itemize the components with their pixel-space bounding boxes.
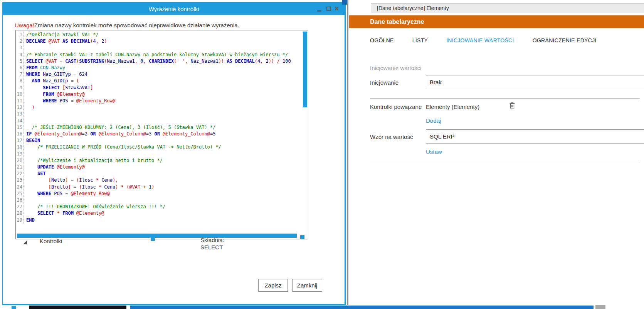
line-number: 8: [16, 78, 22, 84]
code-line[interactable]: BEGIN: [26, 137, 303, 144]
kontrolki-powiazane-label: Kontrolki powiązane: [370, 104, 422, 110]
code-line[interactable]: [26, 151, 303, 157]
document-tab[interactable]: [Dane tabelaryczne] Elementy: [371, 3, 644, 13]
code-line[interactable]: DECLARE @VAT AS DECIMAL(4, 2): [26, 38, 303, 45]
ustaw-link[interactable]: Ustaw: [426, 149, 442, 155]
maximize-glyph: [326, 7, 331, 11]
trash-icon[interactable]: [509, 102, 515, 110]
line-number: 3: [16, 45, 22, 51]
code-line[interactable]: /*Deklaracja Stawki VAT */: [26, 32, 303, 38]
line-number: 5: [16, 58, 22, 65]
clipped-blue-square-icon: [12, 306, 16, 309]
section-label: Inicjowanie wartości: [370, 65, 421, 71]
code-line[interactable]: ): [26, 104, 303, 111]
tab-ograniczenie-edycji[interactable]: OGRANICZENIE EDYCJI: [533, 37, 597, 43]
line-number: 18: [16, 144, 22, 150]
code-line[interactable]: IF @Elementy_Column@=2 OR @Elementy_Colu…: [26, 131, 303, 137]
code-line[interactable]: SELECT * FROM @Elementy@: [26, 210, 303, 217]
code-line[interactable]: /* PRZELICZANIE W PRZÓD (Cena/Ilość/Staw…: [26, 144, 303, 150]
code-line[interactable]: FROM CDN.Nazwy: [26, 65, 303, 71]
code-lines[interactable]: /*Deklaracja Stawki VAT */DECLARE @VAT A…: [26, 32, 303, 224]
separator-line: [370, 99, 640, 99]
code-line[interactable]: SELECT [StawkaVAT]: [26, 85, 303, 91]
dialog-titlebar[interactable]: Wyrażenie kontrolki ✕: [3, 3, 345, 15]
code-line[interactable]: [26, 197, 303, 204]
dane-tabelaryczne-panel: [Dane tabelaryczne] Elementy Dane tabela…: [349, 0, 644, 305]
code-line[interactable]: WHERE Naz_GIDTyp = 624: [26, 71, 303, 78]
wzor-na-wartosc-label: Wzór na wartość: [370, 134, 413, 140]
line-number: 19: [16, 151, 22, 157]
blue-splitter-handle-icon[interactable]: [300, 235, 304, 239]
clipped-gray-fragment: [595, 305, 605, 309]
line-number: 15: [16, 124, 22, 131]
expander-triangle-icon[interactable]: [23, 241, 27, 244]
tab-bar: OGÓLNELISTYINICJOWANIE WARTOŚCIOGRANICZE…: [370, 37, 597, 43]
panel-title: Dane tabelaryczne: [370, 15, 424, 28]
code-line[interactable]: [Netto] = (Ilosc * Cena),: [26, 177, 303, 184]
line-number: 21: [16, 164, 22, 170]
wzor-na-wartosc-input[interactable]: [426, 129, 644, 144]
code-line[interactable]: /*Wyliczenie i aktualizacja netto i brut…: [26, 157, 303, 164]
background-window-fragment: [342, 0, 347, 5]
line-number: 7: [16, 71, 22, 78]
panel-header: Dane tabelaryczne: [349, 15, 644, 28]
line-number: 14: [16, 118, 22, 124]
line-number: 29: [16, 217, 22, 224]
code-line[interactable]: [26, 118, 303, 124]
vertical-scrollbar[interactable]: [303, 32, 307, 107]
dialog-wyrazenie-kontrolki: Wyrażenie kontrolki ✕ Uwaga!Zmiana nazwy…: [2, 2, 346, 305]
code-line[interactable]: /* JEŚLI ZMIENIONO KOLUMNY: 2 (Cena), 3 …: [26, 124, 303, 131]
code-line[interactable]: UPDATE @Elementy@: [26, 164, 303, 170]
tab-listy[interactable]: LISTY: [412, 37, 428, 43]
code-line[interactable]: SELECT @VAT = CAST(SUBSTRING(Naz_Nazwa1,…: [26, 58, 303, 65]
warning-prefix: Uwaga!: [15, 22, 34, 28]
kontrolki-expander-label[interactable]: Kontrolki: [40, 238, 62, 244]
code-line[interactable]: AND Naz_GIDLp = (: [26, 78, 303, 84]
document-tab-label: [Dane tabelaryczne] Elementy: [377, 5, 449, 11]
clipped-window-text-fragment: [29, 306, 126, 309]
close-button[interactable]: Zamknij: [292, 279, 322, 292]
syntax-clipped-code: SELECT: [200, 244, 285, 251]
dodaj-link[interactable]: Dodaj: [426, 117, 441, 124]
code-line[interactable]: SET: [26, 170, 303, 177]
warning-message: Uwaga!Zmiana nazwy kontrolek może spowod…: [15, 22, 239, 28]
warning-text: Zmiana nazwy kontrolek może spowodować n…: [34, 22, 239, 28]
code-line[interactable]: WHERE POS = @Elementy_Row@: [26, 98, 303, 104]
line-number: 16: [16, 131, 22, 137]
syntax-panel: Składnia: SELECT: [200, 236, 285, 251]
line-number: 25: [16, 190, 22, 197]
code-line[interactable]: /* !!! OBOWIĄZKOWE: Odświeżenie wiersza …: [26, 204, 303, 210]
minimize-icon[interactable]: [316, 3, 324, 15]
tab-ogolne[interactable]: OGÓLNE: [370, 37, 394, 43]
code-gutter: 1234567891011121314151617181920212223242…: [16, 32, 24, 224]
tab-inicjowanie-wartosci[interactable]: INICJOWANIE WARTOŚCI: [446, 37, 514, 43]
clipped-blue-bar-fragment: [130, 306, 594, 309]
code-line[interactable]: FROM @Elementy@: [26, 91, 303, 98]
line-number: 23: [16, 177, 22, 184]
inicjowanie-input[interactable]: [426, 75, 644, 89]
save-button[interactable]: Zapisz: [258, 279, 288, 292]
line-number: 20: [16, 157, 22, 164]
close-icon[interactable]: ✕: [334, 3, 341, 15]
code-line[interactable]: [26, 111, 303, 117]
maximize-icon[interactable]: [325, 3, 333, 15]
close-glyph: ✕: [334, 5, 339, 12]
trash-glyph: [509, 102, 515, 109]
code-line[interactable]: [Brutto] = (Ilosc * Cena) * (@VAT + 1): [26, 184, 303, 190]
separator-line: [370, 163, 640, 163]
code-line[interactable]: WHERE POS = @Elementy_Row@: [26, 190, 303, 197]
line-number: 24: [16, 184, 22, 190]
line-number: 28: [16, 210, 22, 217]
panel-separator: [347, 0, 348, 305]
minimize-glyph: [317, 10, 321, 12]
app-background: Wyrażenie kontrolki ✕ Uwaga!Zmiana nazwy…: [0, 0, 644, 309]
code-line[interactable]: [26, 45, 303, 51]
blue-splitter-handle-icon[interactable]: [151, 237, 155, 241]
code-line[interactable]: /* Pobranie stawki VAT z tabeli CDN.Nazw…: [26, 52, 303, 58]
line-number: 26: [16, 197, 22, 204]
line-number: 22: [16, 170, 22, 177]
line-number: 10: [16, 91, 22, 98]
sql-expression-editor[interactable]: 1234567891011121314151617181920212223242…: [15, 30, 308, 239]
code-line[interactable]: END: [26, 217, 303, 224]
inicjowanie-label: Inicjowanie: [370, 79, 399, 86]
